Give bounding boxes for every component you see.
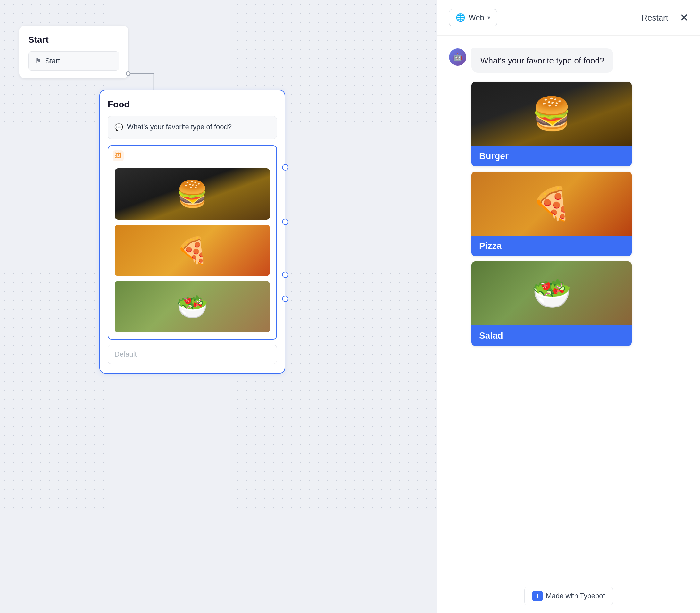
food-choices: Burger Pizza Salad xyxy=(472,82,632,351)
start-node: Start ⚑ Start xyxy=(19,26,128,78)
salad-card-label: Salad xyxy=(472,325,632,346)
pizza-card-image xyxy=(472,171,632,236)
close-button[interactable]: ✕ xyxy=(680,12,688,24)
chat-header: 🌐 Web ▾ Restart ✕ xyxy=(437,0,700,36)
food-node-title: Food xyxy=(108,100,277,110)
pizza-image-item[interactable] xyxy=(115,225,270,276)
typebot-badge: T Made with Typebot xyxy=(524,587,613,605)
start-block: ⚑ Start xyxy=(28,51,119,70)
burger-image-item[interactable] xyxy=(115,168,270,220)
pizza-card[interactable]: Pizza xyxy=(472,171,632,256)
salad-image xyxy=(115,281,270,332)
flag-icon: ⚑ xyxy=(35,57,41,65)
connection-dot-4[interactable] xyxy=(282,296,289,302)
question-block: 💬 What's your favorite type of food? xyxy=(108,116,277,139)
chat-content: 🤖 What's your favorite type of food? Bur… xyxy=(437,36,700,579)
salad-card[interactable]: Salad xyxy=(472,261,632,346)
chevron-down-icon: ▾ xyxy=(488,14,490,21)
bot-message-bubble: What's your favorite type of food? xyxy=(472,49,613,73)
burger-card-image xyxy=(472,82,632,146)
chat-footer: T Made with Typebot xyxy=(437,579,700,613)
start-node-title: Start xyxy=(28,35,119,45)
burger-card-label: Burger xyxy=(472,146,632,166)
restart-button[interactable]: Restart xyxy=(641,13,668,23)
salad-image-item[interactable] xyxy=(115,281,270,332)
burger-card[interactable]: Burger xyxy=(472,82,632,166)
chat-panel: 🌐 Web ▾ Restart ✕ 🤖 What's your favorite… xyxy=(437,0,700,613)
image-icon-badge: 🖼 xyxy=(113,151,124,161)
typebot-badge-text: Made with Typebot xyxy=(546,592,605,600)
food-node: Food 💬 What's your favorite type of food… xyxy=(100,90,285,374)
connection-dot-2[interactable] xyxy=(282,219,289,225)
typebot-icon: T xyxy=(532,591,543,601)
image-choices-block[interactable]: 🖼 xyxy=(108,145,277,340)
chat-bubble-icon: 💬 xyxy=(115,123,123,133)
pizza-card-label: Pizza xyxy=(472,236,632,256)
bot-avatar: 🤖 xyxy=(449,49,466,66)
bot-message-row: 🤖 What's your favorite type of food? xyxy=(449,49,688,73)
connection-dot-3[interactable] xyxy=(282,272,289,278)
globe-icon: 🌐 xyxy=(456,13,465,22)
web-dropdown-button[interactable]: 🌐 Web ▾ xyxy=(449,9,497,26)
burger-image xyxy=(115,168,270,220)
pizza-image xyxy=(115,225,270,276)
web-label: Web xyxy=(468,13,484,22)
salad-card-image xyxy=(472,261,632,325)
start-block-label: Start xyxy=(45,57,60,65)
flow-editor: Start ⚑ Start Food 💬 What's your favorit… xyxy=(0,0,437,613)
default-input[interactable]: Default xyxy=(108,345,277,364)
connection-dot-1[interactable] xyxy=(282,164,289,171)
question-text: What's your favorite type of food? xyxy=(127,122,232,132)
